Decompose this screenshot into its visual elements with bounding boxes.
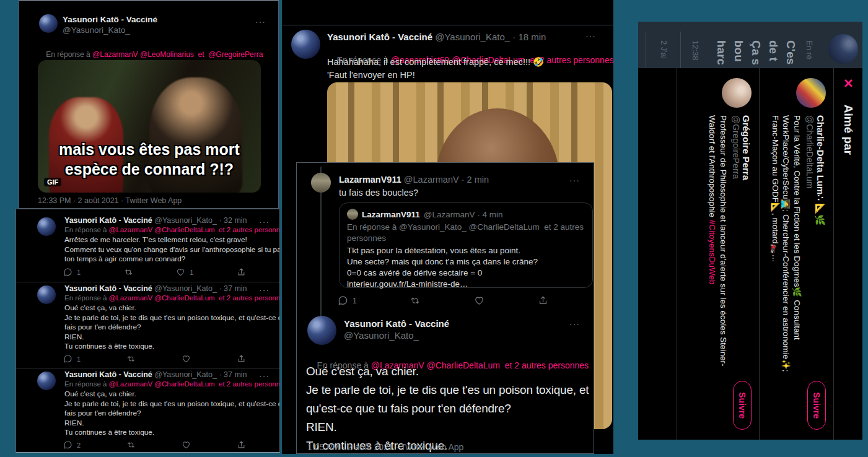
more-icon[interactable]: ···: [259, 217, 270, 227]
reply-context-fragment: En ré: [805, 40, 814, 59]
mention-links[interactable]: @LazarmanV @CharlieDeltaLum et 2 autres …: [109, 294, 280, 302]
reply-button[interactable]: 1: [63, 354, 81, 363]
mention-links[interactable]: @LazarmanV @CharlieDeltaLum et 2 autres …: [109, 226, 280, 233]
like-button[interactable]: [182, 440, 191, 450]
close-icon[interactable]: ✕: [841, 78, 856, 89]
tweet-text: Oué c'est ça, va chier. Je te parle de t…: [306, 362, 589, 454]
handle-time: @LazarmanV · 2 min: [401, 175, 489, 185]
avatar[interactable]: [796, 78, 826, 108]
handle: @CharlieDeltaLum: [805, 115, 815, 373]
share-button[interactable]: [237, 268, 246, 277]
display-name: LazarmanV911: [339, 175, 401, 185]
retweet-button[interactable]: [126, 354, 136, 363]
reply-button[interactable]: 1: [338, 295, 357, 306]
follow-button[interactable]: Suivre: [807, 381, 826, 430]
share-button[interactable]: [538, 295, 548, 306]
timestamp-fragment: 12:38: [691, 40, 700, 61]
display-name: Grégoire Perra: [741, 115, 752, 373]
gif-caption: mais vous êtes pas mort espèce de connar…: [38, 139, 261, 179]
avatar[interactable]: [39, 14, 58, 33]
follow-button[interactable]: Suivre: [733, 381, 752, 430]
timestamp: 1:05 PM · 2 août 2021 · Twitter Web App: [307, 442, 463, 452]
display-name: Yasunori Katô - Vacciné: [327, 32, 432, 42]
mention-links[interactable]: @LazarmanV @LeoMolinarius et @GregoirePe…: [92, 50, 263, 59]
more-icon[interactable]: ···: [569, 175, 580, 185]
action-bar: 2: [63, 440, 246, 450]
handle-time: @LazarmanV · 4 min: [424, 210, 503, 219]
tweet-text: tu fais des boucles?: [339, 188, 418, 198]
avatar[interactable]: [37, 217, 56, 236]
tweet-text: Oué c'est ça, va chier. Je te parle de t…: [64, 390, 280, 438]
more-icon[interactable]: ···: [259, 371, 270, 381]
reply-count: 1: [353, 297, 357, 305]
tweet-text-fragment: de t: [766, 40, 780, 61]
handle-time: @Yasunori_Kato_ · 37 min: [152, 370, 247, 379]
share-button[interactable]: [237, 354, 246, 363]
display-name: Yasunori Katô - Vacciné: [344, 318, 449, 329]
display-name: LazarmanV911: [362, 210, 420, 219]
mention-links[interactable]: @LazarmanV @CharlieDeltaLum et 2 autres …: [109, 380, 280, 388]
divider: [16, 368, 279, 368]
avatar[interactable]: [37, 285, 56, 304]
modal-title: Aimé par: [841, 105, 855, 155]
tweet-text: Hahahahaha, il est complètement frappé, …: [327, 56, 544, 82]
more-icon[interactable]: ···: [259, 285, 270, 295]
liked-by-panel-rotated: En ré C'es de t Ça s bou harc 12:38 2 J'…: [638, 22, 862, 440]
user-bio: Pour la Vérité, Contre la Fiction et les…: [770, 115, 803, 373]
like-count-fragment: 2 J'ai: [659, 40, 669, 59]
like-button[interactable]: [182, 354, 191, 363]
avatar: [828, 34, 858, 64]
tweet-text-fragment: C'es: [784, 40, 797, 64]
avatar[interactable]: [291, 30, 320, 59]
quoted-tweet-card[interactable]: LazarmanV911 @LazarmanV · 4 min En répon…: [339, 202, 593, 288]
like-count: 1: [190, 269, 193, 276]
handle: @Yasunori_Kato_: [63, 25, 157, 35]
more-icon[interactable]: ···: [569, 319, 580, 329]
more-icon[interactable]: ···: [255, 17, 266, 27]
handle-time: @Yasunori_Kato_ · 32 min: [152, 216, 247, 225]
display-name: Yasunori Katô - Vacciné: [64, 370, 152, 379]
divider: [282, 25, 613, 25]
reply-count: 1: [77, 355, 81, 363]
hashtag-link[interactable]: #CitoyensDuWeb: [708, 220, 717, 285]
user-row[interactable]: Charlie-Delta Lum∴ 📐🌿 @CharlieDeltaLum P…: [759, 68, 833, 440]
divider: [16, 282, 279, 282]
tweet-text-fragment: bou: [732, 40, 745, 62]
display-name: Yasunori Katô - Vacciné: [64, 216, 152, 225]
reply-context: En réponse à @Yasunori_Kato_ @CharlieDel…: [347, 222, 585, 244]
gif-attachment[interactable]: mais vous êtes pas mort espèce de connar…: [38, 60, 261, 193]
action-bar: 1: [338, 295, 548, 306]
tweet-panel-gif: Yasunori Katô - Vacciné @Yasunori_Kato_ …: [19, 0, 279, 209]
like-button[interactable]: [474, 295, 484, 306]
handle: @GregoirePerra: [731, 115, 741, 373]
like-button[interactable]: 1: [176, 268, 193, 277]
reply-button[interactable]: 2: [63, 440, 81, 450]
handle-time: @Yasunori_Kato_ · 37 min: [152, 284, 247, 293]
gif-badge: GIF: [44, 178, 61, 186]
avatar[interactable]: [307, 316, 336, 345]
reply-button[interactable]: 1: [63, 268, 81, 277]
dimmed-backdrop-tweet: En ré C'es de t Ça s bou harc 12:38 2 J'…: [638, 22, 862, 68]
rotated-screenshot: En ré C'es de t Ça s bou harc 12:38 2 J'…: [638, 22, 862, 440]
reply-count: 1: [77, 269, 81, 276]
tweet-text-fragment: Ça s: [749, 40, 763, 65]
retweet-button[interactable]: [124, 268, 133, 277]
more-icon[interactable]: ···: [585, 31, 596, 41]
display-name: Yasunori Katô - Vacciné: [63, 14, 157, 25]
display-name: Charlie-Delta Lum∴ 📐🌿: [815, 115, 826, 373]
conversation-panel: LazarmanV911 @LazarmanV · 2 min ··· tu f…: [296, 162, 594, 454]
share-button[interactable]: [237, 440, 246, 450]
avatar[interactable]: [722, 78, 752, 108]
user-row[interactable]: Grégoire Perra @GregoirePerra Professeur…: [677, 68, 759, 440]
modal-header: ✕ Aimé par: [833, 68, 862, 440]
quoted-tweet-text: Tkt pas pour la détestation, vous êtes a…: [347, 245, 585, 290]
avatar[interactable]: [37, 372, 56, 390]
avatar[interactable]: [311, 173, 331, 193]
retweet-button[interactable]: [410, 295, 421, 306]
avatar: [347, 209, 358, 220]
tweet-text-fragment: harc: [714, 40, 728, 65]
reply-count: 2: [77, 442, 81, 449]
timestamp: 12:33 PM · 2 août 2021 · Twitter Web App: [38, 196, 182, 205]
retweet-button[interactable]: [126, 440, 136, 450]
tweet-text: Oué c'est ça, va chier. Je te parle de t…: [64, 303, 280, 352]
